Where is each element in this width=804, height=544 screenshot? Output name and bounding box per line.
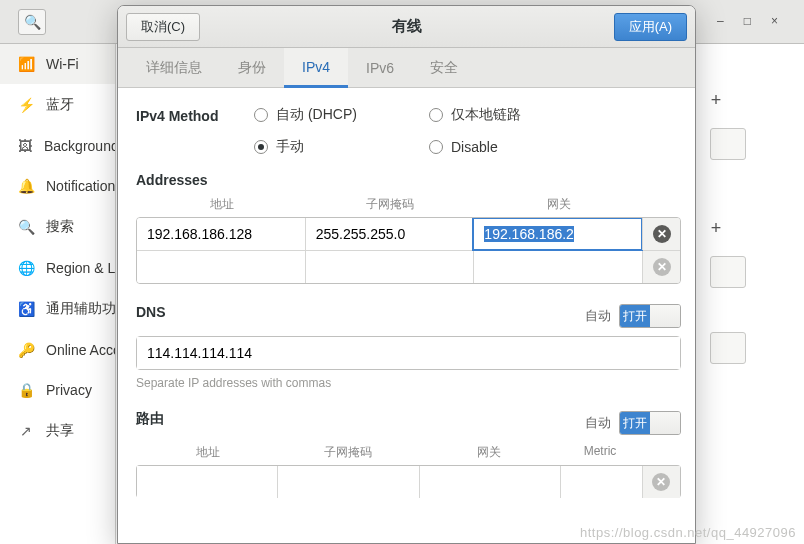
tab-ipv4[interactable]: IPv4 (284, 48, 348, 88)
sidebar-item-region[interactable]: 🌐Region & Language (0, 248, 115, 288)
col-address: 地址 (138, 444, 278, 461)
window-maximize-button[interactable]: □ (744, 14, 751, 28)
gateway-input[interactable] (474, 218, 642, 250)
radio-dhcp[interactable]: 自动 (DHCP) (254, 106, 429, 124)
col-netmask: 子网掩码 (306, 196, 474, 213)
dns-input[interactable] (137, 337, 680, 369)
radio-label: 手动 (276, 138, 304, 156)
ipv4-panel: IPv4 Method 自动 (DHCP) 仅本地链路 手动 Disable A… (118, 88, 695, 543)
dns-hint: Separate IP addresses with commas (136, 376, 681, 390)
sidebar-item-search[interactable]: 🔍搜索 (0, 206, 115, 248)
delete-row-button[interactable]: ✕ (642, 466, 680, 498)
netmask-input[interactable] (306, 218, 474, 250)
tab-ipv6[interactable]: IPv6 (348, 48, 412, 87)
close-icon: ✕ (652, 473, 670, 491)
bluetooth-icon: ⚡ (18, 97, 34, 113)
addresses-table: ✕ ✕ (136, 217, 681, 284)
sidebar-item-wifi[interactable]: 📶Wi-Fi (0, 44, 115, 84)
radio-disable[interactable]: Disable (429, 138, 604, 156)
radio-label: 仅本地链路 (451, 106, 521, 124)
dialog-title: 有线 (118, 17, 695, 36)
radio-icon (254, 108, 268, 122)
sidebar-item-privacy[interactable]: 🔒Privacy (0, 370, 115, 410)
switch-knob (650, 412, 680, 434)
col-address: 地址 (138, 196, 306, 213)
address-input[interactable] (137, 218, 305, 250)
sidebar-item-background[interactable]: 🖼Background (0, 126, 115, 166)
auto-label: 自动 (585, 307, 611, 325)
route-netmask-input[interactable] (278, 466, 418, 498)
add-connection-button[interactable]: + (706, 90, 726, 110)
settings-search-button[interactable]: 🔍 (18, 9, 46, 35)
sidebar-item-label: Privacy (46, 382, 92, 398)
sidebar-item-label: Online Accounts (46, 342, 115, 358)
delete-row-button[interactable]: ✕ (642, 218, 680, 250)
netmask-input[interactable] (306, 251, 474, 283)
route-label: 路由 (136, 410, 164, 428)
delete-row-button[interactable]: ✕ (642, 251, 680, 283)
route-table: ✕ (136, 465, 681, 498)
gateway-input[interactable] (474, 251, 642, 283)
sidebar-item-bluetooth[interactable]: ⚡蓝牙 (0, 84, 115, 126)
lock-icon: 🔒 (18, 382, 34, 398)
route-row: ✕ (137, 466, 680, 498)
radio-icon (429, 140, 443, 154)
sidebar-item-label: Notifications (46, 178, 115, 194)
sidebar-item-notifications[interactable]: 🔔Notifications (0, 166, 115, 206)
window-close-button[interactable]: × (771, 14, 778, 28)
bell-icon: 🔔 (18, 178, 34, 194)
route-metric-input[interactable] (561, 466, 642, 498)
switch-on-label: 打开 (620, 412, 650, 434)
route-address-input[interactable] (137, 466, 277, 498)
route-auto-switch[interactable]: 打开 (619, 411, 681, 435)
dns-auto-switch[interactable]: 打开 (619, 304, 681, 328)
search-icon: 🔍 (24, 14, 41, 30)
tab-identity[interactable]: 身份 (220, 48, 284, 87)
addresses-label: Addresses (136, 172, 681, 188)
sidebar-item-sharing[interactable]: ↗共享 (0, 410, 115, 452)
radio-label: Disable (451, 139, 498, 155)
route-gateway-input[interactable] (420, 466, 560, 498)
key-icon: 🔑 (18, 342, 34, 358)
ipv4-method-label: IPv4 Method (136, 106, 254, 124)
col-metric: Metric (559, 444, 641, 461)
tab-details[interactable]: 详细信息 (128, 48, 220, 87)
window-minimize-button[interactable]: – (717, 14, 724, 28)
settings-sidebar: 📶Wi-Fi ⚡蓝牙 🖼Background 🔔Notifications 🔍搜… (0, 44, 116, 544)
radio-manual[interactable]: 手动 (254, 138, 429, 156)
switch-knob (650, 305, 680, 327)
connection-gear-button[interactable] (710, 332, 746, 364)
sidebar-item-label: 通用辅助功能 (46, 300, 115, 318)
cancel-button[interactable]: 取消(C) (126, 13, 200, 41)
sidebar-item-label: 蓝牙 (46, 96, 74, 114)
address-row: ✕ (137, 218, 680, 250)
tab-security[interactable]: 安全 (412, 48, 476, 87)
wired-connection-dialog: 取消(C) 有线 应用(A) 详细信息 身份 IPv4 IPv6 安全 IPv4… (117, 5, 696, 544)
dns-label: DNS (136, 304, 166, 320)
connection-gear-button[interactable] (710, 256, 746, 288)
switch-on-label: 打开 (620, 305, 650, 327)
radio-icon (254, 140, 268, 154)
sidebar-item-label: Background (44, 138, 115, 154)
background-icon: 🖼 (18, 138, 32, 154)
apply-button[interactable]: 应用(A) (614, 13, 687, 41)
connection-gear-button[interactable] (710, 128, 746, 160)
col-gateway: 网关 (419, 444, 559, 461)
wifi-icon: 📶 (18, 56, 34, 72)
sidebar-item-label: 共享 (46, 422, 74, 440)
radio-icon (429, 108, 443, 122)
globe-icon: 🌐 (18, 260, 34, 276)
sidebar-item-accessibility[interactable]: ♿通用辅助功能 (0, 288, 115, 330)
radio-local[interactable]: 仅本地链路 (429, 106, 604, 124)
sidebar-item-label: 搜索 (46, 218, 74, 236)
radio-label: 自动 (DHCP) (276, 106, 357, 124)
sidebar-item-online-accounts[interactable]: 🔑Online Accounts (0, 330, 115, 370)
dialog-header: 取消(C) 有线 应用(A) (118, 6, 695, 48)
address-input[interactable] (137, 251, 305, 283)
add-connection-button[interactable]: + (706, 218, 726, 238)
accessibility-icon: ♿ (18, 301, 34, 317)
sidebar-item-label: Region & Language (46, 260, 115, 276)
col-gateway: 网关 (475, 196, 643, 213)
sidebar-item-label: Wi-Fi (46, 56, 79, 72)
address-row: ✕ (137, 250, 680, 283)
